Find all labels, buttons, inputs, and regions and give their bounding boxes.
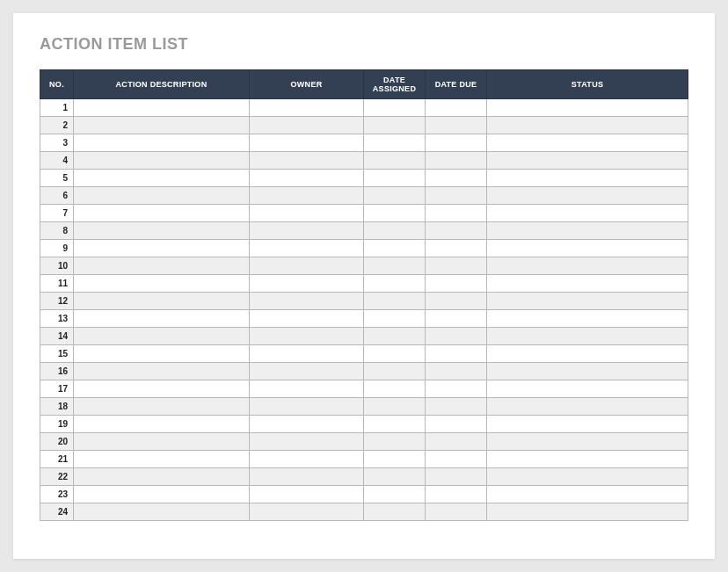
cell-description [74, 170, 250, 187]
cell-owner [250, 152, 364, 170]
cell-status [487, 328, 688, 345]
cell-date-assigned [364, 222, 426, 240]
cell-description [74, 380, 250, 398]
cell-date-assigned [364, 363, 426, 380]
col-header-status: STATUS [487, 70, 688, 99]
cell-date-assigned [364, 240, 426, 257]
table-row: 5 [40, 170, 688, 187]
cell-date-due [426, 240, 487, 257]
cell-date-assigned [364, 205, 426, 222]
cell-owner [250, 363, 364, 380]
cell-date-due [426, 451, 487, 468]
cell-description [74, 293, 250, 310]
cell-no: 1 [40, 99, 74, 117]
col-header-no: NO. [40, 70, 74, 99]
cell-no: 2 [40, 117, 74, 134]
cell-date-assigned [364, 99, 426, 117]
cell-description [74, 363, 250, 380]
table-row: 11 [40, 275, 688, 293]
cell-date-due [426, 328, 487, 345]
cell-date-assigned [364, 117, 426, 134]
cell-owner [250, 205, 364, 222]
cell-owner [250, 416, 364, 433]
cell-description [74, 240, 250, 257]
cell-date-assigned [364, 134, 426, 152]
cell-date-due [426, 380, 487, 398]
cell-date-assigned [364, 328, 426, 345]
cell-description [74, 99, 250, 117]
cell-date-assigned [364, 451, 426, 468]
cell-no: 13 [40, 310, 74, 328]
cell-owner [250, 293, 364, 310]
cell-date-due [426, 187, 487, 205]
col-header-date-assigned: DATE ASSIGNED [364, 70, 426, 99]
cell-status [487, 222, 688, 240]
cell-date-due [426, 310, 487, 328]
cell-date-assigned [364, 310, 426, 328]
col-header-owner: OWNER [250, 70, 364, 99]
cell-date-assigned [364, 187, 426, 205]
cell-description [74, 205, 250, 222]
cell-description [74, 503, 250, 521]
cell-date-due [426, 416, 487, 433]
cell-description [74, 222, 250, 240]
cell-owner [250, 451, 364, 468]
cell-owner [250, 398, 364, 416]
table-row: 2 [40, 117, 688, 134]
cell-date-assigned [364, 380, 426, 398]
cell-description [74, 187, 250, 205]
cell-owner [250, 310, 364, 328]
cell-no: 21 [40, 451, 74, 468]
cell-date-due [426, 293, 487, 310]
table-row: 20 [40, 433, 688, 451]
cell-date-due [426, 205, 487, 222]
cell-date-due [426, 275, 487, 293]
cell-date-assigned [364, 170, 426, 187]
cell-date-due [426, 486, 487, 503]
cell-description [74, 310, 250, 328]
cell-description [74, 257, 250, 275]
col-header-date-due: DATE DUE [426, 70, 487, 99]
cell-owner [250, 257, 364, 275]
table-row: 19 [40, 416, 688, 433]
cell-status [487, 380, 688, 398]
cell-date-assigned [364, 433, 426, 451]
cell-owner [250, 275, 364, 293]
cell-owner [250, 380, 364, 398]
cell-status [487, 503, 688, 521]
table-row: 23 [40, 486, 688, 503]
table-row: 15 [40, 345, 688, 363]
cell-date-due [426, 257, 487, 275]
cell-no: 12 [40, 293, 74, 310]
cell-no: 4 [40, 152, 74, 170]
cell-no: 15 [40, 345, 74, 363]
cell-status [487, 433, 688, 451]
cell-status [487, 134, 688, 152]
cell-description [74, 345, 250, 363]
cell-date-assigned [364, 275, 426, 293]
cell-no: 24 [40, 503, 74, 521]
cell-no: 3 [40, 134, 74, 152]
cell-date-due [426, 152, 487, 170]
cell-status [487, 293, 688, 310]
cell-owner [250, 468, 364, 486]
cell-date-due [426, 117, 487, 134]
cell-status [487, 152, 688, 170]
cell-date-due [426, 468, 487, 486]
cell-owner [250, 345, 364, 363]
cell-description [74, 468, 250, 486]
cell-status [487, 398, 688, 416]
table-row: 10 [40, 257, 688, 275]
cell-date-assigned [364, 503, 426, 521]
table-row: 16 [40, 363, 688, 380]
cell-status [487, 275, 688, 293]
cell-description [74, 433, 250, 451]
table-row: 8 [40, 222, 688, 240]
cell-no: 9 [40, 240, 74, 257]
cell-status [487, 345, 688, 363]
table-row: 17 [40, 380, 688, 398]
table-row: 22 [40, 468, 688, 486]
table-row: 1 [40, 99, 688, 117]
cell-date-assigned [364, 468, 426, 486]
document-page: ACTION ITEM LIST NO. ACTION DESCRIPTION … [13, 13, 715, 559]
